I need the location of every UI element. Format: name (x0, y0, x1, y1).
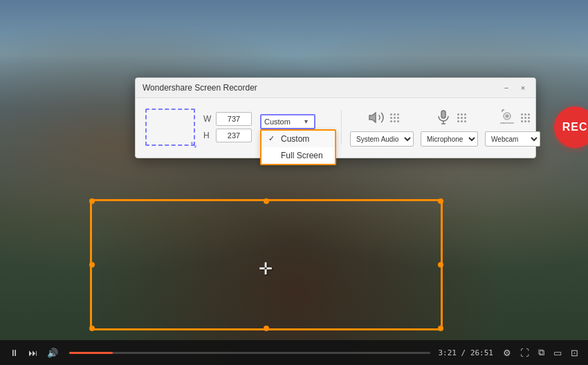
option-label-fullscreen: Full Screen (281, 151, 323, 160)
next-frame-button[interactable]: ⏭ (26, 346, 40, 359)
dialog-content: ⤡ W H Custom Full Screen ▾ (136, 98, 535, 158)
svg-marker-0 (369, 113, 376, 122)
audio-dots-pattern (390, 113, 399, 122)
theater-button[interactable]: ▭ (551, 346, 564, 359)
miniplayer-button[interactable]: ⊡ (568, 346, 581, 359)
av-controls: System Audio (350, 108, 540, 147)
check-icon: ✓ (268, 134, 277, 143)
system-audio-select[interactable]: System Audio (350, 131, 414, 147)
microphone-select[interactable]: Microphone (421, 131, 478, 147)
car-scene (0, 0, 588, 365)
webcam-icon-group (496, 108, 530, 127)
width-row: W (203, 112, 252, 126)
progress-fill (69, 352, 113, 354)
microphone-control: Microphone (421, 108, 478, 147)
height-input[interactable] (216, 129, 252, 142)
dropdown-popup: ✓ Custom Full Screen (260, 129, 336, 165)
speaker-icon (365, 108, 387, 127)
move-cursor-icon: ✛ (256, 259, 275, 279)
dropdown-option-custom[interactable]: ✓ Custom (261, 131, 335, 147)
dimension-inputs: W H (203, 112, 252, 142)
dropdown-option-fullscreen[interactable]: Full Screen (261, 147, 335, 164)
dialog-window-controls: − × (501, 82, 529, 93)
mic-dots-pattern (457, 113, 466, 122)
height-row: H (203, 129, 252, 142)
video-controls-bar: ⏸ ⏭ 🔊 3:21 / 26:51 ⚙ ⛶ ⧉ ▭ ⊡ (0, 340, 588, 365)
recorder-dialog: Wondershare Screen Recorder − × ⤡ W H (135, 77, 536, 158)
capture-area-preview[interactable]: ⤡ (145, 109, 195, 146)
settings-icon[interactable]: ⚙ (500, 346, 514, 359)
webcam-control: Webcam (485, 108, 540, 147)
vertical-divider (341, 110, 342, 144)
dialog-titlebar: Wondershare Screen Recorder − × (136, 78, 535, 98)
pip-button[interactable]: ⧉ (535, 346, 547, 359)
preset-dropdown: Custom Full Screen ▾ (260, 114, 333, 129)
close-button[interactable]: × (517, 82, 529, 93)
option-label-custom: Custom (281, 134, 309, 144)
microphone-icon-group (432, 108, 466, 127)
microphone-icon (432, 108, 454, 127)
play-pause-button[interactable]: ⏸ (7, 346, 21, 359)
resize-handle-icon[interactable]: ⤡ (190, 140, 198, 149)
minimize-button[interactable]: − (501, 82, 512, 93)
svg-rect-1 (441, 111, 445, 118)
webcam-icon (496, 108, 518, 127)
width-label: W (203, 114, 213, 124)
preset-select[interactable]: Custom Full Screen (260, 114, 315, 129)
height-label: H (203, 131, 213, 140)
preset-section: Custom Full Screen ▾ Lock Aspect Ratio ✓… (260, 114, 333, 141)
svg-point-5 (506, 115, 508, 118)
volume-button[interactable]: 🔊 (44, 346, 61, 359)
time-display: 3:21 / 26:51 (439, 348, 494, 357)
system-audio-control: System Audio (350, 108, 414, 147)
progress-bar[interactable] (69, 352, 430, 354)
dialog-title: Wondershare Screen Recorder (143, 83, 257, 93)
webcam-dots-pattern (521, 113, 530, 122)
fullscreen-button[interactable]: ⛶ (517, 346, 532, 359)
system-audio-icon-group (365, 108, 399, 127)
webcam-select[interactable]: Webcam (485, 131, 540, 147)
right-controls: ⚙ ⛶ ⧉ ▭ ⊡ (500, 346, 581, 359)
width-input[interactable] (216, 112, 252, 126)
video-background (0, 0, 588, 365)
